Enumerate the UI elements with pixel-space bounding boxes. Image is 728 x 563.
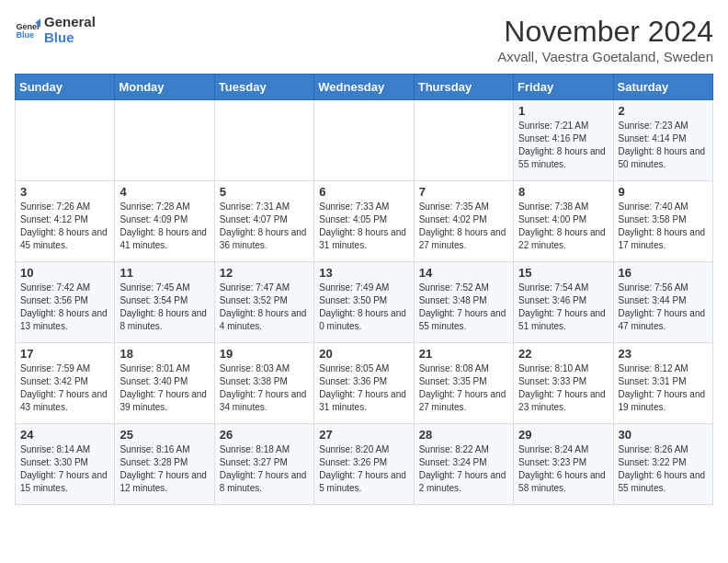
day-info: Sunrise: 7:31 AM Sunset: 4:07 PM Dayligh… [220,201,309,252]
day-of-week-header: Saturday [613,75,712,100]
day-number: 16 [619,266,708,280]
calendar-cell: 7Sunrise: 7:35 AM Sunset: 4:02 PM Daylig… [414,181,513,262]
day-number: 30 [619,428,708,442]
calendar-cell: 25Sunrise: 8:16 AM Sunset: 3:28 PM Dayli… [115,424,214,505]
calendar-cell: 1Sunrise: 7:21 AM Sunset: 4:16 PM Daylig… [514,100,613,181]
day-info: Sunrise: 7:35 AM Sunset: 4:02 PM Dayligh… [419,201,508,252]
day-info: Sunrise: 8:10 AM Sunset: 3:33 PM Dayligh… [518,362,608,414]
calendar-cell: 16Sunrise: 7:56 AM Sunset: 3:44 PM Dayli… [613,262,712,343]
calendar-cell: 22Sunrise: 8:10 AM Sunset: 3:33 PM Dayli… [514,343,613,424]
day-of-week-header: Wednesday [314,75,414,100]
day-number: 9 [619,185,708,199]
logo-icon: General Blue [15,17,40,43]
calendar-cell: 23Sunrise: 8:12 AM Sunset: 3:31 PM Dayli… [613,343,712,424]
day-number: 10 [20,266,109,280]
day-info: Sunrise: 8:03 AM Sunset: 3:38 PM Dayligh… [220,362,309,414]
day-number: 23 [619,347,708,361]
day-number: 18 [119,347,209,361]
day-info: Sunrise: 7:52 AM Sunset: 3:48 PM Dayligh… [419,282,508,333]
day-info: Sunrise: 8:14 AM Sunset: 3:30 PM Dayligh… [20,443,109,495]
day-info: Sunrise: 7:28 AM Sunset: 4:09 PM Dayligh… [119,201,209,252]
calendar-cell: 28Sunrise: 8:22 AM Sunset: 3:24 PM Dayli… [414,424,513,505]
day-info: Sunrise: 7:40 AM Sunset: 3:58 PM Dayligh… [619,201,708,252]
calendar-body: 1Sunrise: 7:21 AM Sunset: 4:16 PM Daylig… [16,100,713,505]
month-title: November 2024 [497,15,713,49]
day-number: 1 [518,104,608,118]
day-info: Sunrise: 7:23 AM Sunset: 4:14 PM Dayligh… [619,120,708,171]
day-number: 20 [319,347,408,361]
day-info: Sunrise: 7:49 AM Sunset: 3:50 PM Dayligh… [319,282,408,333]
day-number: 24 [20,428,109,442]
calendar-cell: 24Sunrise: 8:14 AM Sunset: 3:30 PM Dayli… [16,424,115,505]
calendar-cell: 6Sunrise: 7:33 AM Sunset: 4:05 PM Daylig… [314,181,414,262]
calendar-cell: 5Sunrise: 7:31 AM Sunset: 4:07 PM Daylig… [214,181,313,262]
day-number: 14 [419,266,508,280]
day-number: 29 [518,428,608,442]
day-info: Sunrise: 8:20 AM Sunset: 3:26 PM Dayligh… [319,443,408,495]
day-info: Sunrise: 7:45 AM Sunset: 3:54 PM Dayligh… [119,282,209,333]
calendar-cell: 12Sunrise: 7:47 AM Sunset: 3:52 PM Dayli… [214,262,313,343]
calendar-table: SundayMondayTuesdayWednesdayThursdayFrid… [15,74,713,505]
day-number: 3 [20,185,109,199]
calendar-cell: 13Sunrise: 7:49 AM Sunset: 3:50 PM Dayli… [314,262,414,343]
day-number: 22 [518,347,608,361]
calendar-cell [414,100,513,181]
calendar-cell: 3Sunrise: 7:26 AM Sunset: 4:12 PM Daylig… [16,181,115,262]
day-number: 6 [319,185,408,199]
day-number: 21 [419,347,508,361]
day-info: Sunrise: 8:22 AM Sunset: 3:24 PM Dayligh… [419,443,508,495]
calendar-week-row: 24Sunrise: 8:14 AM Sunset: 3:30 PM Dayli… [16,424,713,505]
day-of-week-header: Sunday [16,75,115,100]
calendar-cell: 2Sunrise: 7:23 AM Sunset: 4:14 PM Daylig… [613,100,712,181]
logo-blue: Blue [44,30,96,46]
calendar-cell: 10Sunrise: 7:42 AM Sunset: 3:56 PM Dayli… [16,262,115,343]
day-info: Sunrise: 7:38 AM Sunset: 4:00 PM Dayligh… [518,201,608,252]
calendar-week-row: 1Sunrise: 7:21 AM Sunset: 4:16 PM Daylig… [16,100,713,181]
day-number: 19 [220,347,309,361]
day-number: 7 [419,185,508,199]
day-number: 28 [419,428,508,442]
day-number: 8 [518,185,608,199]
calendar-cell [314,100,414,181]
day-info: Sunrise: 8:24 AM Sunset: 3:23 PM Dayligh… [518,443,608,495]
day-number: 25 [119,428,209,442]
day-info: Sunrise: 8:12 AM Sunset: 3:31 PM Dayligh… [619,362,708,414]
calendar-cell: 29Sunrise: 8:24 AM Sunset: 3:23 PM Dayli… [514,424,613,505]
page-header: General Blue General Blue November 2024 … [15,15,713,64]
calendar-cell: 8Sunrise: 7:38 AM Sunset: 4:00 PM Daylig… [514,181,613,262]
calendar-cell: 18Sunrise: 8:01 AM Sunset: 3:40 PM Dayli… [115,343,214,424]
title-area: November 2024 Axvall, Vaestra Goetaland,… [497,15,713,64]
day-info: Sunrise: 7:54 AM Sunset: 3:46 PM Dayligh… [518,282,608,333]
location-title: Axvall, Vaestra Goetaland, Sweden [497,49,713,64]
calendar-cell: 17Sunrise: 7:59 AM Sunset: 3:42 PM Dayli… [16,343,115,424]
day-number: 12 [220,266,309,280]
day-of-week-header: Tuesday [214,75,313,100]
day-of-week-header: Friday [514,75,613,100]
day-number: 2 [619,104,708,118]
day-info: Sunrise: 8:08 AM Sunset: 3:35 PM Dayligh… [419,362,508,414]
day-number: 4 [119,185,209,199]
day-number: 26 [220,428,309,442]
calendar-week-row: 10Sunrise: 7:42 AM Sunset: 3:56 PM Dayli… [16,262,713,343]
day-info: Sunrise: 8:05 AM Sunset: 3:36 PM Dayligh… [319,362,408,414]
day-number: 13 [319,266,408,280]
day-info: Sunrise: 7:56 AM Sunset: 3:44 PM Dayligh… [619,282,708,333]
day-info: Sunrise: 8:26 AM Sunset: 3:22 PM Dayligh… [619,443,708,495]
calendar-cell: 30Sunrise: 8:26 AM Sunset: 3:22 PM Dayli… [613,424,712,505]
calendar-cell: 19Sunrise: 8:03 AM Sunset: 3:38 PM Dayli… [214,343,313,424]
day-number: 15 [518,266,608,280]
day-info: Sunrise: 8:01 AM Sunset: 3:40 PM Dayligh… [119,362,209,414]
day-info: Sunrise: 7:21 AM Sunset: 4:16 PM Dayligh… [518,120,608,171]
day-info: Sunrise: 7:42 AM Sunset: 3:56 PM Dayligh… [20,282,109,333]
day-info: Sunrise: 8:16 AM Sunset: 3:28 PM Dayligh… [119,443,209,495]
calendar-cell: 11Sunrise: 7:45 AM Sunset: 3:54 PM Dayli… [115,262,214,343]
calendar-cell [16,100,115,181]
day-number: 11 [119,266,209,280]
day-number: 5 [220,185,309,199]
calendar-cell: 27Sunrise: 8:20 AM Sunset: 3:26 PM Dayli… [314,424,414,505]
calendar-week-row: 3Sunrise: 7:26 AM Sunset: 4:12 PM Daylig… [16,181,713,262]
svg-text:Blue: Blue [16,30,34,40]
day-info: Sunrise: 7:59 AM Sunset: 3:42 PM Dayligh… [20,362,109,414]
logo-general: General [44,15,96,30]
calendar-cell: 14Sunrise: 7:52 AM Sunset: 3:48 PM Dayli… [414,262,513,343]
